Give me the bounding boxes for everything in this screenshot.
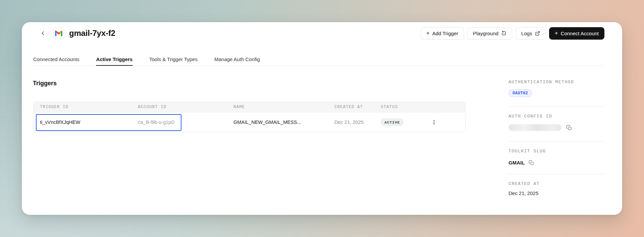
sidebar-divider — [508, 174, 604, 174]
copy-toolkit-slug-button[interactable] — [529, 160, 534, 165]
created-at-label: CREATED AT — [508, 181, 604, 186]
column-header-status: STATUS — [374, 105, 419, 109]
copy-auth-config-id-button[interactable] — [566, 125, 572, 131]
gmail-logo-icon — [55, 31, 62, 36]
add-trigger-label: Add Trigger — [432, 31, 459, 36]
external-link-icon — [535, 31, 540, 36]
add-trigger-button[interactable]: + Add Trigger — [421, 27, 464, 40]
gmail-app-tile — [53, 28, 64, 39]
triggers-table: TRIGGER ID ACCOUNT ID NAME CREATED AT ST… — [33, 102, 466, 132]
authentication-method-label: AUTHENTICATION METHOD — [508, 80, 604, 85]
page-title: gmail-7yx-f2 — [69, 29, 115, 38]
chevron-left-icon — [40, 30, 46, 36]
trigger-name-cell: GMAIL_NEW_GMAIL_MESS... — [227, 120, 328, 125]
column-header-trigger-id: TRIGGER ID — [34, 105, 131, 109]
auth-config-id-redacted-value — [508, 124, 561, 131]
column-header-name: NAME — [227, 105, 328, 109]
details-sidebar: AUTHENTICATION METHOD OAUTH2 AUTH CONFIG… — [508, 80, 604, 196]
actions-cell — [419, 117, 465, 127]
back-button[interactable] — [39, 29, 47, 38]
connect-account-label: Connect Account — [561, 31, 599, 36]
tab-tools-trigger-types[interactable]: Tools & Trigger Types — [149, 53, 198, 65]
sidebar-divider — [508, 106, 604, 107]
sidebar-divider — [508, 141, 604, 142]
playground-label: Playground — [473, 31, 498, 36]
triggers-section-title: Triggers — [33, 80, 57, 87]
header-actions: + Add Trigger Playground Logs — [421, 27, 604, 40]
toolkit-slug-value: GMAIL — [508, 160, 525, 165]
app-card: gmail-7yx-f2 + Add Trigger Playground — [22, 22, 622, 215]
kebab-icon — [432, 120, 436, 125]
connect-account-button[interactable]: + Connect Account — [549, 27, 604, 40]
logs-label: Logs — [521, 31, 532, 36]
tab-bar: Connected Accounts Active Triggers Tools… — [33, 53, 604, 66]
copy-icon — [529, 160, 534, 165]
copy-icon — [566, 125, 572, 131]
plus-icon: + — [426, 30, 430, 36]
auth-config-id-label: AUTH CONFIG ID — [508, 114, 604, 119]
playground-replay-icon — [501, 31, 506, 36]
logs-button[interactable]: Logs — [516, 27, 546, 40]
tab-active-triggers[interactable]: Active Triggers — [96, 53, 133, 65]
row-menu-button[interactable] — [429, 117, 439, 127]
column-header-account-id: ACCOUNT ID — [131, 105, 227, 109]
playground-button[interactable]: Playground — [467, 27, 512, 40]
created-at-value: Dec 21, 2025 — [508, 190, 604, 196]
page-header: gmail-7yx-f2 + Add Trigger Playground — [39, 27, 604, 40]
column-header-created-at: CREATED AT — [328, 105, 374, 109]
toolkit-slug-label: TOOLKIT SLUG — [508, 149, 604, 154]
tab-manage-auth-config[interactable]: Manage Auth Config — [214, 53, 260, 65]
oauth2-badge: OAUTH2 — [508, 89, 532, 97]
account-id-cell[interactable]: ca_B-l9b-u-g1pD — [131, 120, 227, 125]
status-cell: ACTIVE — [374, 118, 419, 126]
tab-connected-accounts[interactable]: Connected Accounts — [33, 53, 80, 65]
created-at-cell: Dec 21, 2025 — [328, 120, 374, 125]
status-badge: ACTIVE — [381, 118, 404, 126]
table-header-row: TRIGGER ID ACCOUNT ID NAME CREATED AT ST… — [34, 102, 465, 112]
trigger-id-cell[interactable]: ti_vVncBfXJqHEW — [34, 120, 131, 125]
plus-icon: + — [555, 30, 558, 36]
table-row[interactable]: ti_vVncBfXJqHEW ca_B-l9b-u-g1pD GMAIL_NE… — [34, 112, 465, 132]
